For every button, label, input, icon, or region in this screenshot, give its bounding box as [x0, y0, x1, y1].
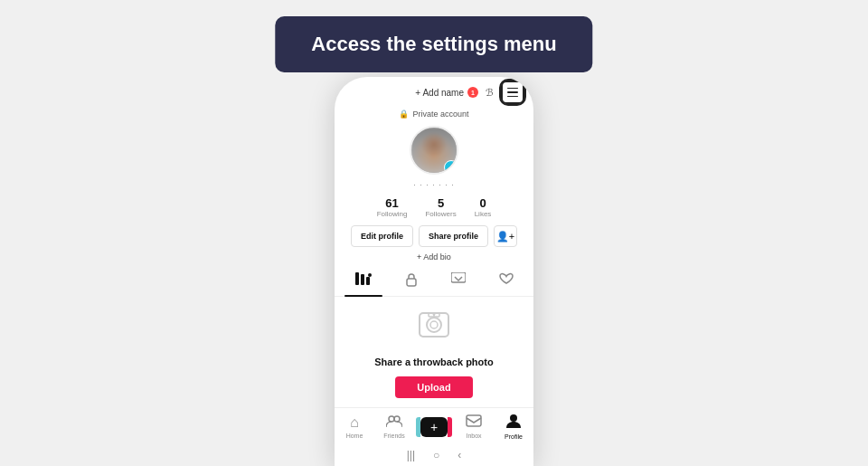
followers-stat: 5 Followers — [425, 196, 456, 218]
svg-rect-12 — [467, 415, 481, 426]
profile-tab-nav — [335, 267, 533, 297]
recents-gesture: ‹ — [458, 449, 461, 461]
tab-reposts[interactable] — [440, 267, 476, 296]
throwback-icon — [416, 306, 452, 349]
plus-icon: + — [430, 420, 438, 434]
stats-row: 61 Following 5 Followers 0 Likes — [335, 193, 533, 225]
svg-point-13 — [510, 414, 517, 422]
profile-nav-icon — [506, 414, 521, 432]
add-person-icon: 👤+ — [496, 231, 514, 243]
svg-rect-1 — [361, 274, 364, 285]
avatar[interactable]: ✓ — [410, 126, 458, 175]
likes-label: Likes — [475, 210, 492, 218]
avatar-section: ✓ — [335, 122, 533, 180]
home-label: Home — [346, 433, 363, 439]
add-friend-button[interactable]: 👤+ — [494, 225, 517, 247]
inbox-label: Inbox — [466, 433, 481, 439]
svg-rect-0 — [355, 272, 359, 285]
following-stat: 61 Following — [377, 196, 408, 218]
svg-rect-2 — [366, 277, 370, 285]
tab-private[interactable] — [394, 267, 429, 296]
content-area: Share a throwback photo Upload — [335, 297, 533, 407]
username-dots: · · · · · · · — [335, 180, 533, 193]
create-button[interactable]: + — [420, 417, 448, 437]
phone-frame: + Add name 1 ℬ 🔒 Private account ✓ · · ·… — [335, 77, 533, 466]
svg-point-8 — [430, 321, 438, 328]
tab-liked[interactable] — [488, 267, 524, 296]
hamburger-icon — [507, 88, 518, 98]
notification-dot: 1 — [467, 87, 478, 98]
home-icon: ⌂ — [350, 414, 359, 431]
following-label: Following — [377, 210, 408, 218]
home-gesture: ○ — [433, 449, 439, 461]
top-header: + Add name 1 ℬ — [335, 77, 533, 108]
settings-menu-button[interactable] — [501, 81, 524, 104]
likes-count: 0 — [479, 196, 486, 210]
nav-home[interactable]: ⌂ Home — [335, 414, 374, 439]
add-bio-button[interactable]: + Add bio — [335, 252, 533, 267]
add-name-button[interactable]: + Add name 1 — [415, 87, 478, 98]
svg-point-3 — [368, 273, 372, 277]
following-count: 61 — [385, 196, 398, 210]
back-gesture: ||| — [407, 449, 415, 461]
svg-point-7 — [427, 318, 441, 332]
tab-videos[interactable] — [344, 267, 382, 296]
nav-profile[interactable]: Profile — [494, 414, 533, 440]
android-gesture-bar: ||| ○ ‹ — [335, 443, 533, 466]
friends-icon — [386, 414, 402, 431]
action-buttons: Edit profile Share profile 👤+ — [335, 225, 533, 252]
svg-point-10 — [389, 416, 394, 422]
svg-rect-4 — [407, 279, 416, 286]
likes-stat: 0 Likes — [475, 196, 492, 218]
upload-button[interactable]: Upload — [395, 376, 472, 398]
friends-label: Friends — [383, 433, 404, 439]
throwback-label: Share a throwback photo — [374, 357, 493, 367]
private-account-row: 🔒 Private account — [335, 108, 533, 122]
svg-point-11 — [394, 416, 400, 422]
verified-badge: ✓ — [444, 160, 458, 175]
private-label: Private account — [412, 109, 468, 119]
profile-nav-label: Profile — [505, 433, 523, 440]
followers-label: Followers — [425, 210, 456, 218]
share-profile-button[interactable]: Share profile — [419, 225, 488, 247]
edit-profile-button[interactable]: Edit profile — [351, 225, 413, 247]
followers-count: 5 — [438, 196, 444, 210]
inbox-icon — [466, 414, 482, 431]
nav-create[interactable]: + — [414, 417, 454, 437]
instruction-banner: Access the settings menu — [275, 16, 592, 72]
nav-inbox[interactable]: Inbox — [454, 414, 494, 439]
lock-icon: 🔒 — [399, 109, 409, 119]
nav-friends[interactable]: Friends — [374, 414, 414, 439]
bottom-nav: ⌂ Home Friends + — [335, 407, 533, 443]
add-name-label: + Add name — [415, 88, 464, 98]
coins-icon: ℬ — [486, 87, 494, 99]
